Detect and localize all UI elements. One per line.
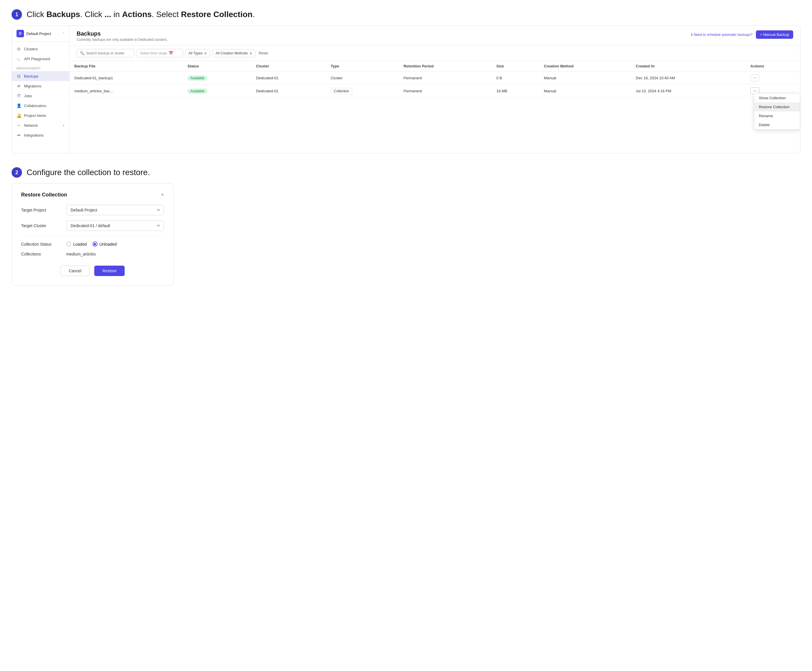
cell-creation: Manual (539, 85, 631, 97)
modal-header: Restore Collection × (21, 192, 164, 198)
loaded-radio-circle (66, 242, 71, 247)
modal-close-button[interactable]: × (161, 192, 164, 198)
project-selector[interactable]: D Default Project ⌃ (12, 26, 70, 42)
cell-backup-file: Dedicated-01_backup1 (70, 72, 183, 85)
step1-panel: D Default Project ⌃ ⊙ Clusters ›_ API Pl… (12, 26, 800, 153)
cell-size: 0 B (492, 72, 539, 85)
dropdown-item-delete[interactable]: Delete (754, 120, 800, 129)
manual-backup-button[interactable]: + Manual Backup (756, 31, 793, 39)
network-icon: ↔ (17, 123, 21, 128)
sidebar-item-migrations[interactable]: ⇄ Migrations (12, 81, 70, 91)
step2-title: Configure the collection to restore. (27, 168, 150, 177)
cell-backup-file: medium_articles_bac... (70, 85, 183, 97)
sidebar: D Default Project ⌃ ⊙ Clusters ›_ API Pl… (12, 26, 70, 153)
toolbar: 🔍 Select time range 📅 All Types ∨ All Cr… (70, 46, 800, 61)
sidebar-item-label-project-alerts: Project Alerts (24, 113, 46, 118)
step2-circle: 2 (12, 167, 22, 178)
radio-unloaded[interactable]: Unloaded (93, 242, 117, 247)
restore-button[interactable]: Restore (94, 266, 125, 276)
sidebar-item-label-api: API Playground (24, 57, 50, 61)
type-badge-collection: Collection (331, 88, 353, 94)
header-actions: ℹ Need to schedule automatic backups? + … (691, 31, 793, 39)
api-playground-icon: ›_ (17, 56, 21, 61)
target-project-select[interactable]: Default Project (66, 205, 164, 215)
row1-actions-button[interactable]: ··· (751, 74, 759, 81)
target-project-row: Target Project Default Project (21, 205, 164, 215)
cell-created-at: Jul 10, 2024 4:16 PM (631, 85, 746, 97)
cell-actions: ··· Show Collection Restore Collection R… (746, 85, 800, 97)
actions-dropdown: Show Collection Restore Collection Renam… (754, 93, 800, 129)
target-cluster-select[interactable]: Dedicated-01 / default (66, 220, 164, 231)
management-label: Management (12, 64, 70, 71)
backups-table-wrap: Backup File Status Cluster Type Retentio… (70, 61, 800, 153)
migrations-icon: ⇄ (17, 83, 21, 88)
cell-size: 18 MB (492, 85, 539, 97)
page-subtitle: Currently, backups are only available to… (76, 37, 168, 42)
col-size: Size (492, 61, 539, 72)
col-backup-file: Backup File (70, 61, 183, 72)
sidebar-item-backups[interactable]: ⊡ Backups (12, 71, 70, 81)
dropdown-item-restore-collection[interactable]: Restore Collection (754, 102, 800, 111)
calendar-icon: 📅 (168, 51, 173, 55)
main-header: Backups Currently, backups are only avai… (70, 26, 800, 46)
sidebar-item-collaborators[interactable]: 👤 Collaborators (12, 101, 70, 111)
loaded-label: Loaded (73, 242, 87, 247)
dropdown-item-show-collection[interactable]: Show Collection (754, 94, 800, 102)
main-content: Backups Currently, backups are only avai… (70, 26, 800, 153)
modal-footer: Cancel Restore (21, 266, 164, 276)
sidebar-item-clusters[interactable]: ⊙ Clusters (12, 44, 70, 54)
sidebar-item-network[interactable]: ↔ Network ∨ (12, 120, 70, 130)
collaborators-icon: 👤 (17, 103, 21, 108)
col-created-at: Created At (631, 61, 746, 72)
all-creation-filter[interactable]: All Creation Methods ∨ (212, 49, 255, 57)
sidebar-nav: ⊙ Clusters ›_ API Playground Management … (12, 42, 70, 153)
step2-header: 2 Configure the collection to restore. (12, 167, 800, 178)
sidebar-item-label-backups: Backups (24, 74, 39, 78)
cell-status: Available (183, 85, 251, 97)
cancel-button[interactable]: Cancel (60, 266, 90, 276)
time-range-picker[interactable]: Select time range 📅 (137, 49, 183, 57)
all-types-filter[interactable]: All Types ∨ (185, 49, 210, 57)
cell-type: Cluster (326, 72, 399, 85)
table-header-row: Backup File Status Cluster Type Retentio… (70, 61, 800, 72)
cell-created-at: Dec 18, 2024 10:40 AM (631, 72, 746, 85)
sidebar-item-api-playground[interactable]: ›_ API Playground (12, 54, 70, 64)
cell-type: Collection (326, 85, 399, 97)
sidebar-item-jobs[interactable]: ⏱ Jobs (12, 91, 70, 101)
col-cluster: Cluster (251, 61, 326, 72)
target-cluster-row: Target Cluster Dedicated-01 / default (21, 220, 164, 231)
time-range-label: Select time range (140, 51, 167, 55)
modal-title: Restore Collection (21, 192, 67, 198)
sidebar-item-label-clusters: Clusters (24, 47, 38, 51)
schedule-link[interactable]: ℹ Need to schedule automatic backups? (691, 33, 753, 37)
col-type: Type (326, 61, 399, 72)
step2-container: Restore Collection × Target Project Defa… (12, 184, 800, 286)
sidebar-item-label-jobs: Jobs (24, 94, 32, 98)
cell-cluster: Dedicated-01 (251, 85, 326, 97)
page-title: Backups (76, 31, 168, 37)
radio-group: Loaded Unloaded (66, 242, 117, 247)
project-name: Default Project (26, 32, 60, 36)
table-row: medium_articles_bac... Available Dedicat… (70, 85, 800, 97)
unloaded-radio-circle (93, 242, 97, 247)
sidebar-item-label-collaborators: Collaborators (24, 104, 46, 108)
target-cluster-label: Target Cluster (21, 223, 61, 228)
collections-row: Collections medium_articles (21, 252, 164, 256)
sidebar-item-project-alerts[interactable]: 🔔 Project Alerts (12, 111, 70, 120)
step1-title: Click Backups. Click ... in Actions. Sel… (27, 10, 255, 19)
reset-button[interactable]: Reset (258, 49, 269, 57)
step1-circle: 1 (12, 9, 22, 20)
project-icon: D (17, 30, 24, 37)
cell-retention: Permanent (399, 72, 492, 85)
sidebar-item-integrations[interactable]: ⇌ Integrations (12, 130, 70, 140)
dropdown-item-rename[interactable]: Rename (754, 111, 800, 120)
backups-icon: ⊡ (17, 74, 21, 78)
status-badge: Available (187, 89, 207, 94)
search-icon: 🔍 (80, 51, 85, 55)
jobs-icon: ⏱ (17, 94, 21, 98)
restore-collection-modal: Restore Collection × Target Project Defa… (12, 184, 173, 286)
project-alerts-icon: 🔔 (17, 113, 21, 118)
search-input[interactable] (86, 51, 131, 55)
col-retention: Retention Period (399, 61, 492, 72)
radio-loaded[interactable]: Loaded (66, 242, 87, 247)
